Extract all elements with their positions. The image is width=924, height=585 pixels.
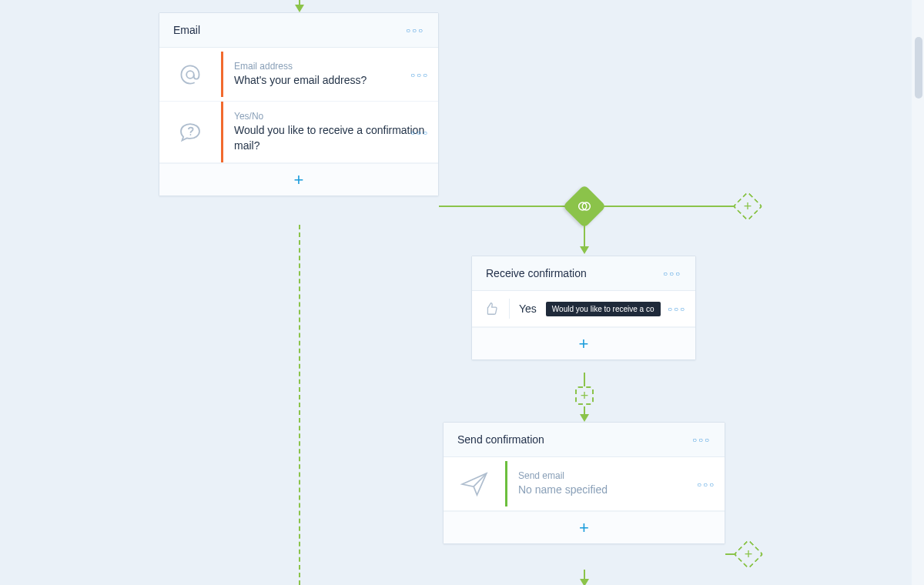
more-icon[interactable]: ○○○ — [668, 305, 686, 313]
add-branch-button[interactable]: + — [732, 191, 763, 222]
more-icon[interactable]: ○○○ — [410, 128, 429, 136]
question-type-label: Email address — [234, 61, 427, 72]
more-icon[interactable]: ○○○ — [406, 26, 424, 35]
connector — [584, 225, 585, 248]
scrollbar-thumb[interactable] — [915, 37, 922, 99]
flow-canvas[interactable]: Email ○○○ Email address What's your emai… — [0, 0, 924, 585]
paper-plane-icon — [444, 468, 505, 500]
plus-icon: + — [739, 545, 758, 563]
branch-node[interactable] — [563, 185, 607, 229]
more-icon[interactable]: ○○○ — [663, 269, 681, 278]
arrow-down-icon — [580, 414, 589, 422]
node-receive-confirmation[interactable]: Receive confirmation ○○○ Yes Would you l… — [471, 256, 696, 360]
question-body: Email address What's your email address?… — [221, 52, 438, 98]
svg-point-1 — [190, 134, 192, 135]
question-row[interactable]: Yes/No Would you like to receive a confi… — [159, 102, 438, 163]
action-type-label: Send email — [518, 470, 714, 481]
connector — [604, 206, 735, 207]
more-icon[interactable]: ○○○ — [697, 480, 715, 488]
node-header: Receive confirmation ○○○ — [472, 256, 695, 291]
divider — [509, 299, 510, 319]
more-icon[interactable]: ○○○ — [692, 436, 711, 444]
node-title: Receive confirmation — [486, 267, 587, 279]
plus-icon: + — [581, 388, 589, 404]
arrow-down-icon — [580, 246, 589, 254]
action-body: Send email No name specified ○○○ — [505, 461, 725, 507]
arrow-down-icon — [580, 579, 589, 585]
add-step-button[interactable]: + — [575, 386, 594, 405]
add-item-button[interactable]: + — [159, 163, 438, 196]
thumbs-up-icon — [483, 300, 500, 317]
node-title: Email — [173, 24, 200, 36]
condition-answer: Yes — [519, 303, 537, 315]
connector — [584, 373, 585, 386]
plus-icon: + — [579, 336, 589, 353]
scrollbar-track[interactable] — [912, 0, 924, 585]
condition-reference-chip[interactable]: Would you like to receive a co — [546, 302, 661, 316]
node-header: Email ○○○ — [159, 13, 438, 48]
plus-icon: + — [738, 197, 757, 216]
connector-dashed — [299, 225, 300, 585]
arrow-down-icon — [295, 5, 304, 12]
question-bubble-icon — [159, 119, 221, 146]
connector — [439, 206, 573, 207]
more-icon[interactable]: ○○○ — [410, 70, 429, 79]
condition-row[interactable]: Yes Would you like to receive a co ○○○ — [472, 291, 695, 327]
at-icon — [159, 61, 221, 89]
action-text: No name specified — [518, 483, 714, 498]
add-branch-button[interactable]: + — [733, 539, 764, 570]
add-item-button[interactable]: + — [444, 511, 725, 543]
add-condition-button[interactable]: + — [472, 327, 695, 359]
node-send-confirmation[interactable]: Send confirmation ○○○ Send email No name… — [443, 422, 725, 544]
plus-icon: + — [579, 520, 589, 537]
venn-icon — [576, 198, 593, 215]
node-header: Send confirmation ○○○ — [444, 423, 725, 457]
question-row[interactable]: Email address What's your email address?… — [159, 48, 438, 102]
action-row[interactable]: Send email No name specified ○○○ — [444, 457, 725, 511]
node-title: Send confirmation — [457, 433, 544, 446]
question-type-label: Yes/No — [234, 111, 427, 122]
svg-point-0 — [186, 71, 194, 79]
question-text: What's your email address? — [234, 73, 427, 89]
question-text: Would you like to receive a confirmation… — [234, 123, 427, 153]
plus-icon: + — [294, 172, 304, 189]
node-email[interactable]: Email ○○○ Email address What's your emai… — [159, 12, 439, 196]
question-body: Yes/No Would you like to receive a confi… — [221, 102, 438, 162]
